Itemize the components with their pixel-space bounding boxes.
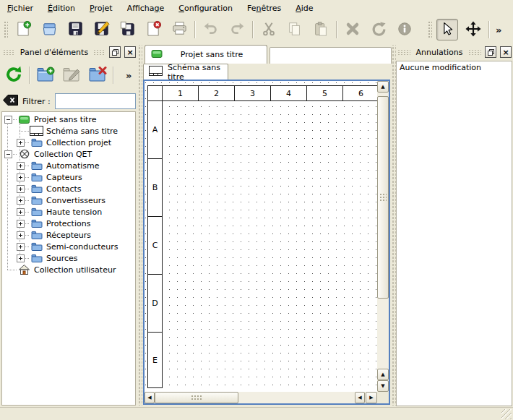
- tree-item-capteurs[interactable]: Capteurs: [2, 171, 135, 183]
- column-header: 4: [270, 85, 307, 101]
- tree-item-label: Automatisme: [46, 161, 100, 171]
- expand-expander[interactable]: [17, 208, 25, 216]
- expand-expander[interactable]: [17, 243, 25, 251]
- vertical-scrollbar[interactable]: ▲ ▲ ▼: [377, 81, 389, 392]
- tree-item-sources[interactable]: Sources: [2, 252, 135, 264]
- expand-expander[interactable]: [17, 162, 25, 170]
- tree-item-convertisseurs[interactable]: Convertisseurs: [2, 194, 135, 206]
- tree-item-label: Collection projet: [46, 138, 111, 147]
- panel-overflow-chevron[interactable]: »: [124, 70, 133, 81]
- toolbar-overflow-chevron[interactable]: »: [494, 25, 503, 35]
- tree-item-label: Schéma sans titre: [46, 127, 118, 136]
- float-panel-button[interactable]: [485, 46, 496, 58]
- folder-delete-icon: [88, 65, 107, 86]
- tree-item-schema-sans-titre[interactable]: Schéma sans titre: [2, 125, 135, 137]
- right-splitter[interactable]: [391, 45, 396, 406]
- clear-filter-icon[interactable]: [3, 95, 18, 108]
- tree-item-automatisme[interactable]: Automatisme: [2, 160, 135, 171]
- menu-projet[interactable]: Projet: [82, 1, 120, 15]
- menu-edition[interactable]: Édition: [40, 1, 82, 15]
- expand-expander[interactable]: [17, 139, 25, 147]
- toolbar-drag-handle[interactable]: [3, 20, 8, 39]
- tree-item-protections[interactable]: Protections: [2, 218, 135, 229]
- tree-item-collection-utilisateur[interactable]: Collection utilisateur: [2, 264, 135, 275]
- menu-fenetres[interactable]: Fenêtres: [240, 1, 288, 15]
- save-all-button[interactable]: [116, 19, 138, 40]
- scroll-up-button[interactable]: ▲: [377, 81, 389, 93]
- collapse-expander[interactable]: [4, 150, 12, 158]
- tree-item-collection-qet[interactable]: Collection QET: [2, 148, 135, 160]
- tree-item-projet-sans-titre[interactable]: Projet sans titre: [2, 113, 135, 125]
- menu-label: rojet: [94, 4, 112, 13]
- tree-item-semi-conducteurs[interactable]: Semi-conducteurs: [2, 241, 135, 252]
- scroll-down-button[interactable]: ▼: [377, 380, 389, 392]
- new-category-button[interactable]: [35, 64, 56, 87]
- close-file-button[interactable]: [142, 19, 164, 40]
- reload-collections-button[interactable]: [3, 64, 25, 87]
- print-icon: [171, 20, 188, 39]
- menu-fichier[interactable]: Fichier: [0, 1, 40, 15]
- row-header-column: A B C D E: [147, 100, 163, 388]
- left-splitter[interactable]: [137, 45, 142, 406]
- folder-icon: [30, 161, 43, 170]
- close-panel-button[interactable]: ×: [500, 46, 512, 58]
- elements-panel-titlebar[interactable]: Panel d'éléments ×: [3, 46, 136, 58]
- tab-projet-sans-titre[interactable]: Projet sans titre: [145, 45, 267, 64]
- tab-schema-sans-titre[interactable]: Schéma sans titre: [143, 64, 228, 80]
- print-button[interactable]: [168, 19, 190, 40]
- delete-button[interactable]: [342, 19, 363, 40]
- scroll-up-button[interactable]: ▲: [377, 369, 389, 380]
- filter-input[interactable]: [55, 93, 136, 109]
- undo-history-list[interactable]: Aucune modification: [396, 61, 512, 406]
- undo-panel-titlebar[interactable]: Annulations ×: [397, 46, 512, 58]
- tree-item-contacts[interactable]: Contacts: [2, 183, 135, 194]
- diagram-canvas[interactable]: 1 2 3 4 5 6 A B C D E: [145, 81, 377, 392]
- tree-item-collection-projet[interactable]: Collection projet: [2, 137, 135, 148]
- save-as-button[interactable]: [90, 19, 112, 40]
- expand-expander[interactable]: [17, 185, 25, 193]
- selection-mode-button[interactable]: [436, 19, 458, 40]
- expand-expander[interactable]: [17, 173, 25, 181]
- copy-button[interactable]: [284, 19, 306, 40]
- info-disabled-button[interactable]: [394, 19, 415, 40]
- new-project-button[interactable]: [12, 19, 34, 40]
- tree-item-label: Sources: [46, 254, 78, 263]
- expand-expander[interactable]: [17, 254, 25, 262]
- left-arrow-icon: ◀: [147, 395, 151, 400]
- float-panel-button[interactable]: [109, 46, 121, 58]
- menu-aide[interactable]: Aide: [288, 1, 320, 15]
- tree-item-haute-tension[interactable]: Haute tension: [2, 206, 135, 218]
- menu-configuration[interactable]: Configuration: [171, 1, 240, 15]
- expand-expander[interactable]: [17, 197, 25, 205]
- folder-icon: [30, 196, 43, 205]
- rotate-button[interactable]: [368, 19, 389, 40]
- toolbar-drag-handle[interactable]: [427, 20, 432, 39]
- vertical-scroll-thumb[interactable]: [377, 96, 389, 299]
- horizontal-scroll-thumb[interactable]: [155, 392, 238, 403]
- tree-item-recepteurs[interactable]: Récepteurs: [2, 229, 135, 241]
- open-project-button[interactable]: [38, 19, 60, 40]
- scroll-right-button[interactable]: ▶: [366, 392, 377, 403]
- cut-button[interactable]: [258, 19, 280, 40]
- redo-button[interactable]: [226, 19, 248, 40]
- save-button[interactable]: [64, 19, 86, 40]
- open-folder-icon: [41, 20, 58, 39]
- expand-expander[interactable]: [17, 220, 25, 228]
- pan-mode-button[interactable]: [462, 19, 484, 40]
- menu-label: e: [160, 4, 165, 13]
- scroll-left-button[interactable]: ◀: [145, 392, 155, 403]
- edit-category-button[interactable]: [61, 64, 82, 87]
- delete-category-button[interactable]: [87, 64, 108, 87]
- horizontal-scrollbar[interactable]: ◀ ◀ ▶: [145, 392, 377, 403]
- expand-expander[interactable]: [17, 231, 25, 239]
- up-arrow-icon: ▲: [381, 85, 384, 90]
- toolbar-separator: [488, 21, 490, 38]
- paste-button[interactable]: [310, 19, 332, 40]
- menu-affichage[interactable]: Affichage: [120, 1, 172, 15]
- collapse-expander[interactable]: [4, 116, 12, 124]
- resize-grip[interactable]: [501, 409, 512, 419]
- menu-bar: Fichier Édition Projet Affichage Configu…: [0, 0, 513, 17]
- close-panel-button[interactable]: ×: [124, 46, 136, 58]
- scroll-left-button[interactable]: ◀: [355, 392, 365, 403]
- undo-button[interactable]: [200, 19, 222, 40]
